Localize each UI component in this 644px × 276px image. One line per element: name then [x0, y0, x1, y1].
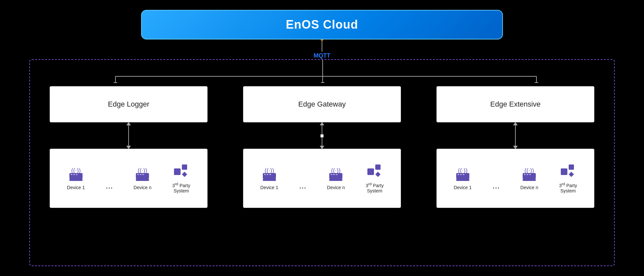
edge-row: Edge Logger ((·)): [43, 86, 601, 208]
svg-rect-34: [336, 174, 337, 175]
svg-text:((·)): ((·)): [458, 167, 467, 174]
svg-marker-22: [182, 172, 187, 177]
logger-connector: [128, 122, 129, 149]
extensive-device-n: ((·)) Device n: [520, 166, 538, 190]
svg-text:((·)): ((·)): [525, 167, 534, 174]
router-icon-gwn: ((·)): [327, 166, 344, 182]
svg-rect-30: [329, 173, 342, 179]
edge-extensive-column: Edge Extensive ((·)): [430, 86, 601, 208]
router-icon-extn: ((·)): [521, 166, 538, 182]
svg-text:((·)): ((·)): [71, 167, 81, 174]
svg-rect-27: [267, 174, 268, 175]
extensive-3rd-party-label: 3rd PartySystem: [559, 182, 577, 193]
edge-gateway-label: Edge Gateway: [298, 100, 346, 109]
svg-rect-49: [529, 174, 531, 175]
svg-marker-52: [569, 172, 574, 177]
top-connector-svg: [30, 60, 614, 83]
router-icon-gw1: ((·)): [261, 166, 278, 182]
gateway-dots: ···: [299, 183, 306, 203]
svg-rect-26: [264, 174, 266, 175]
edge-extensive-label: Edge Extensive: [490, 100, 541, 109]
gateway-device-n-label: Device n: [327, 185, 345, 190]
svg-rect-46: [523, 179, 536, 181]
extensive-device1: ((·)) Device 1: [454, 166, 472, 190]
edge-gateway-column: Edge Gateway ((·)): [236, 86, 408, 208]
extensive-dots: ···: [492, 183, 500, 203]
svg-text:((·)): ((·)): [138, 167, 147, 174]
third-party-icon-ext: [559, 163, 577, 179]
svg-rect-11: [71, 174, 72, 175]
logger-3rd-party-label: 3rd PartySystem: [172, 182, 190, 193]
logger-device-n: ((·)) Device n: [134, 166, 151, 190]
svg-rect-15: [136, 173, 149, 179]
logger-device1-label: Device 1: [67, 185, 85, 190]
router-icon-ext1: ((·)): [454, 166, 471, 182]
arrow-down-extensive: [513, 146, 518, 149]
svg-marker-37: [375, 172, 381, 177]
gateway-3rd-party-label: 3rd PartySystem: [366, 182, 384, 193]
svg-marker-5: [321, 82, 325, 83]
svg-rect-25: [263, 179, 276, 181]
gateway-connector: [322, 122, 322, 149]
svg-rect-32: [331, 174, 332, 175]
gateway-device-n: ((·)) Device n: [327, 166, 345, 190]
arrow-up-gateway: [320, 122, 324, 125]
logger-device-n-label: Device n: [134, 185, 151, 190]
edge-gateway-device-box: ((·)) Device 1 ··· ((·)): [243, 149, 401, 208]
connector-mid-square: [320, 134, 324, 138]
svg-rect-19: [142, 174, 144, 175]
svg-rect-12: [73, 174, 75, 175]
svg-rect-28: [269, 174, 271, 175]
svg-rect-17: [137, 174, 139, 175]
svg-rect-35: [367, 168, 374, 175]
arrow-down-gateway: [320, 146, 324, 149]
svg-marker-3: [113, 82, 117, 83]
svg-text:((·)): ((·)): [264, 167, 274, 174]
mqtt-line: [322, 39, 322, 52]
svg-rect-45: [523, 173, 536, 179]
edge-zone: Edge Logger ((·)): [29, 59, 615, 266]
svg-rect-40: [456, 179, 469, 181]
extensive-device1-label: Device 1: [454, 185, 472, 190]
edge-gateway-box: Edge Gateway: [243, 86, 401, 122]
edge-logger-box: Edge Logger: [50, 86, 208, 122]
edge-extensive-box: Edge Extensive: [436, 86, 594, 122]
svg-marker-7: [534, 82, 538, 83]
svg-text:((·)): ((·)): [331, 167, 341, 174]
mqtt-area: MQTT: [314, 39, 331, 59]
logger-3rd-party: 3rd PartySystem: [172, 163, 190, 193]
router-icon-n-logger: ((·)): [134, 166, 151, 182]
arrow-up-extensive: [513, 122, 518, 125]
edge-extensive-device-box: ((·)) Device 1 ··· ((·)): [436, 149, 594, 208]
svg-rect-42: [460, 174, 462, 175]
edge-logger-column: Edge Logger ((·)): [43, 86, 214, 208]
extensive-3rd-party: 3rd PartySystem: [559, 163, 577, 193]
svg-rect-36: [375, 164, 381, 170]
arrow-down-logger: [126, 146, 131, 149]
logger-dots: ···: [106, 183, 113, 203]
svg-rect-33: [333, 174, 335, 175]
gateway-device1-label: Device 1: [260, 185, 278, 190]
third-party-icon-logger: [173, 163, 190, 179]
svg-rect-10: [69, 179, 83, 181]
extensive-connector: [515, 122, 516, 149]
diagram-container: EnOS Cloud MQTT: [0, 0, 644, 276]
svg-rect-18: [140, 174, 141, 175]
svg-rect-24: [263, 173, 276, 179]
svg-rect-43: [463, 174, 464, 175]
cloud-box: EnOS Cloud: [141, 10, 503, 39]
gateway-3rd-party: 3rd PartySystem: [366, 163, 384, 193]
svg-rect-50: [561, 168, 567, 175]
svg-rect-20: [174, 168, 181, 175]
mqtt-label: MQTT: [314, 52, 331, 59]
edge-logger-device-box: ((·)) Device 1 ···: [50, 149, 208, 208]
svg-rect-39: [456, 173, 469, 179]
svg-rect-41: [458, 174, 459, 175]
svg-rect-16: [136, 179, 149, 181]
svg-rect-51: [569, 164, 574, 170]
svg-rect-47: [524, 174, 526, 175]
cloud-title: EnOS Cloud: [286, 18, 358, 32]
svg-rect-13: [76, 174, 78, 175]
svg-rect-48: [527, 174, 528, 175]
svg-rect-31: [329, 179, 342, 181]
